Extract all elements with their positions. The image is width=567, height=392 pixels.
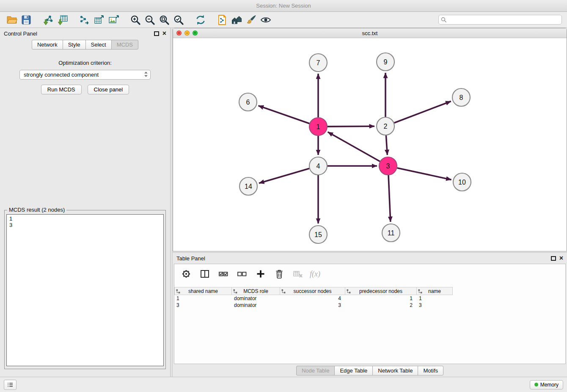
minimize-window-button[interactable]: − <box>184 30 190 36</box>
apply-style-button[interactable] <box>245 13 258 27</box>
graph-node-2[interactable]: 2 <box>377 117 394 135</box>
network-canvas[interactable]: 7968124314101511 <box>173 38 567 251</box>
svg-text:7: 7 <box>317 59 320 66</box>
graph-edge-2-3[interactable] <box>386 135 387 155</box>
status-bar: Memory <box>0 377 567 392</box>
zoom-window-button[interactable]: + <box>193 30 198 36</box>
control-panel-title: Control Panel <box>4 30 151 37</box>
import-network-button[interactable] <box>41 13 55 27</box>
close-window-button[interactable]: × <box>176 30 182 36</box>
deselect-all-columns-button[interactable] <box>235 267 249 281</box>
column-header-predecessor-nodes[interactable]: predecessor nodes <box>345 287 417 295</box>
column-header-shared-name[interactable]: shared name <box>174 287 232 295</box>
delete-table-icon <box>293 269 303 279</box>
delete-column-button[interactable] <box>272 267 286 281</box>
graph-edge-4-14[interactable] <box>259 168 309 183</box>
show-hide-button[interactable] <box>259 13 272 27</box>
table-row[interactable]: 3dominator323 <box>174 302 565 309</box>
table-tab-motifs[interactable]: Motifs <box>418 366 443 375</box>
apply-layout-icon <box>195 14 206 25</box>
table-tab-network-table[interactable]: Network Table <box>372 366 418 375</box>
graphics-details-button[interactable] <box>230 13 244 27</box>
table-cell: 4 <box>280 295 345 301</box>
function-builder-button[interactable]: f(x) <box>310 270 320 279</box>
graph-node-4[interactable]: 4 <box>309 157 327 175</box>
tab-network[interactable]: Network <box>32 40 63 50</box>
window-titlebar: Session: New Session <box>0 0 567 12</box>
open-session-button[interactable] <box>5 13 19 27</box>
create-column-button[interactable] <box>254 267 267 281</box>
apply-layout-button[interactable] <box>194 13 207 27</box>
export-table-button[interactable] <box>92 13 106 27</box>
column-tree-icon <box>347 289 351 294</box>
search-input[interactable] <box>438 15 562 25</box>
table-cell: 2 <box>345 302 417 308</box>
graph-edge-3-1[interactable] <box>328 132 380 161</box>
graph-edge-1-6[interactable] <box>259 106 310 124</box>
network-from-selection-button[interactable] <box>78 13 91 27</box>
network-view-window: × − + scc.txt 7968124314101511 <box>173 28 567 251</box>
table-row[interactable]: 1dominator411 <box>174 295 565 302</box>
graph-edge-1-2[interactable] <box>328 126 374 127</box>
graph-edge-2-8[interactable] <box>394 101 451 123</box>
control-panel-float-button[interactable] <box>154 31 159 36</box>
svg-text:9: 9 <box>384 58 388 66</box>
table-panel-close-button[interactable]: × <box>559 255 563 262</box>
panel-menu-button[interactable] <box>4 380 17 390</box>
column-header-label: predecessor nodes <box>359 288 402 294</box>
graph-node-3[interactable]: 3 <box>379 157 397 175</box>
delete-table-button[interactable] <box>291 267 305 281</box>
graph-node-8[interactable]: 8 <box>452 88 470 106</box>
save-session-button[interactable] <box>19 13 33 27</box>
select-all-columns-icon <box>218 269 228 279</box>
select-all-columns-button[interactable] <box>217 267 230 281</box>
table-panel-tabs: Node TableEdge TableNetwork TableMotifs <box>173 364 567 377</box>
column-header-label: name <box>428 288 441 294</box>
svg-text:3: 3 <box>386 163 390 170</box>
graph-node-14[interactable]: 14 <box>239 177 257 195</box>
table-cell: 1 <box>345 295 417 301</box>
table-tab-edge-table[interactable]: Edge Table <box>334 366 373 375</box>
graph-edge-3-11[interactable] <box>388 175 391 222</box>
graph-node-7[interactable]: 7 <box>309 54 327 72</box>
column-settings-button[interactable] <box>179 267 193 281</box>
close-panel-button[interactable]: Close panel <box>88 85 129 94</box>
optimization-criterion-label: Optimization criterion: <box>0 60 170 66</box>
tab-select[interactable]: Select <box>85 40 112 50</box>
graph-node-10[interactable]: 10 <box>453 173 471 191</box>
zoom-fit-button[interactable] <box>157 13 171 27</box>
memory-button[interactable]: Memory <box>530 380 563 389</box>
column-header-name[interactable]: name <box>417 287 453 295</box>
zoom-out-button[interactable] <box>143 13 157 27</box>
zoom-selected-button[interactable] <box>172 13 185 27</box>
graph-node-1[interactable]: 1 <box>309 118 327 135</box>
graph-node-15[interactable]: 15 <box>309 226 327 243</box>
zoom-in-button[interactable] <box>129 13 142 27</box>
memory-status-icon <box>534 383 538 386</box>
control-panel: Control Panel × NetworkStyleSelectMCDS O… <box>0 28 171 377</box>
import-table-button[interactable] <box>56 13 69 27</box>
graph-edge-3-10[interactable] <box>397 168 451 180</box>
criterion-select[interactable]: strongly connected component <box>19 70 151 80</box>
column-header-MCDS-role[interactable]: MCDS role <box>232 287 280 295</box>
graph-node-9[interactable]: 9 <box>377 53 394 71</box>
split-panel-button[interactable] <box>198 267 212 281</box>
column-header-successor-nodes[interactable]: successor nodes <box>280 287 345 295</box>
tab-style[interactable]: Style <box>63 40 86 50</box>
svg-text:6: 6 <box>246 99 250 106</box>
neighbors-document-button[interactable] <box>216 13 229 27</box>
graph-node-6[interactable]: 6 <box>239 93 257 111</box>
export-image-button[interactable] <box>107 13 120 27</box>
control-panel-close-button[interactable]: × <box>162 30 166 37</box>
tab-mcds[interactable]: MCDS <box>111 40 138 50</box>
mcds-result-text[interactable]: 1 3 <box>6 214 164 366</box>
search-box <box>438 15 562 25</box>
table-panel-float-button[interactable] <box>551 256 556 261</box>
table-tab-node-table[interactable]: Node Table <box>296 366 335 375</box>
svg-text:10: 10 <box>458 179 466 186</box>
graph-node-11[interactable]: 11 <box>382 224 400 242</box>
zoom-out-icon <box>144 14 155 25</box>
run-mcds-button[interactable]: Run MCDS <box>41 85 82 94</box>
zoom-in-icon <box>130 14 141 25</box>
edge-layer <box>259 73 451 224</box>
